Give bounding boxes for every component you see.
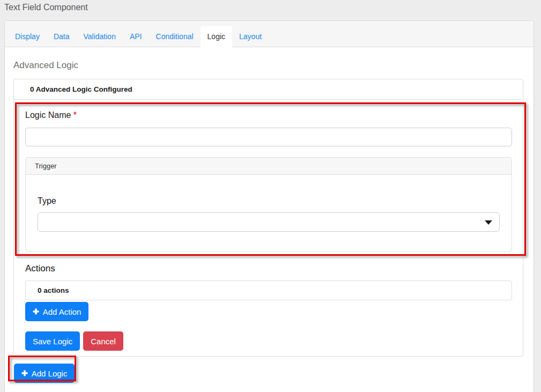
advanced-logic-count: 0 Advanced Logic Configured [14,79,523,100]
plus-icon: ✚ [21,369,28,378]
tab-bar: Display Data Validation API Conditional … [5,21,533,47]
chevron-down-icon [485,220,492,225]
plus-icon: ✚ [33,307,39,316]
logic-name-label: Logic Name * [25,110,512,120]
required-asterisk: * [73,110,77,120]
trigger-type-label: Type [38,196,500,206]
advanced-logic-heading: Advanced Logic [13,60,523,71]
add-logic-button[interactable]: ✚Add Logic [14,364,75,383]
tab-layout[interactable]: Layout [232,26,269,47]
tab-panel-logic: Advanced Logic 0 Advanced Logic Configur… [5,47,533,383]
tab-logic[interactable]: Logic [201,26,232,47]
advanced-logic-editgrid: 0 Advanced Logic Configured Logic Name *… [13,79,523,357]
trigger-panel-header: Trigger [26,158,512,175]
trigger-type-select[interactable] [38,212,500,232]
add-action-button[interactable]: ✚Add Action [25,302,88,321]
actions-heading: Actions [25,263,512,274]
trigger-panel: Trigger Type [25,157,512,252]
save-cancel-row: Save Logic Cancel [25,331,512,351]
tab-conditional[interactable]: Conditional [149,26,201,47]
save-logic-button-label: Save Logic [33,337,72,346]
tab-data[interactable]: Data [47,26,77,47]
tab-validation[interactable]: Validation [76,26,122,47]
page-title: Text Field Component [4,3,88,12]
cancel-button[interactable]: Cancel [83,331,123,351]
save-logic-button[interactable]: Save Logic [25,331,80,351]
cancel-button-label: Cancel [91,337,116,346]
add-logic-button-label: Add Logic [32,369,68,378]
logic-name-label-text: Logic Name [25,110,71,120]
actions-count: 0 actions [25,280,512,300]
tab-api[interactable]: API [123,26,149,47]
logic-row-editor: Logic Name * Trigger Type Actions 0 [14,100,523,356]
component-settings-card: Display Data Validation API Conditional … [4,20,534,392]
trigger-panel-body: Type [26,175,512,251]
tab-display[interactable]: Display [8,26,47,47]
add-action-button-label: Add Action [43,307,81,316]
logic-name-input[interactable] [25,128,512,146]
